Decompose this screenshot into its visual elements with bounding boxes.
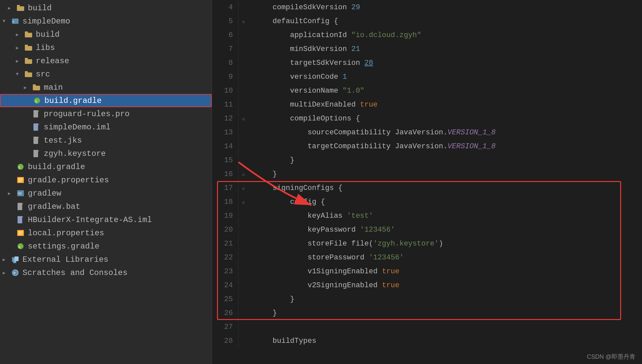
- folder-icon: [32, 83, 41, 92]
- sidebar-item-label: gradlew: [28, 189, 209, 198]
- line-num: 11: [212, 98, 233, 112]
- sidebar-item-label: src: [36, 70, 209, 79]
- code-line-10: versionName "1.0": [255, 84, 642, 98]
- line-num: 21: [212, 237, 233, 251]
- sidebar-item-simpledemo[interactable]: ▼ ▸ simpleDemo: [0, 15, 212, 28]
- line-num: 15: [212, 154, 233, 167]
- expand-arrow: ▶: [24, 85, 30, 90]
- sidebar-item-label: HBuilderX-Integrate-AS.iml: [28, 215, 209, 224]
- svg-rect-13: [33, 84, 36, 86]
- sidebar-item-label: libs: [36, 43, 209, 52]
- code-lines: compileSdkVersion 29 defaultConfig { app…: [248, 0, 642, 349]
- sidebar-item-label: local.properties: [28, 229, 209, 238]
- line-num: 16: [212, 167, 233, 181]
- line-num: 4: [212, 1, 233, 15]
- code-line-9: versionCode 1: [255, 70, 642, 84]
- sidebar-item-build-gradle-root[interactable]: ▶ g build.gradle: [0, 160, 212, 173]
- svg-rect-1: [17, 5, 20, 7]
- svg-rect-0: [17, 6, 24, 11]
- folder-icon: [24, 30, 33, 39]
- sidebar-item-proguard[interactable]: ▶ proguard-rules.pro: [0, 107, 212, 120]
- expand-arrow: ▶: [16, 58, 23, 64]
- svg-marker-35: [22, 216, 24, 217]
- sidebar-item-release[interactable]: ▶ release: [0, 54, 212, 68]
- gutter-item: ◇: [239, 181, 248, 195]
- sidebar-item-main[interactable]: ▶ main: [0, 81, 212, 94]
- sidebar-item-label: release: [36, 57, 209, 66]
- gutter-item: [239, 98, 248, 112]
- expand-arrow: ▶: [3, 257, 9, 262]
- gutter-item: [239, 56, 248, 70]
- code-line-5: defaultConfig {: [255, 15, 642, 28]
- sidebar-item-libs[interactable]: ▶ libs: [0, 41, 212, 54]
- sidebar-item-label: build: [28, 4, 209, 13]
- sidebar-item-test-jks[interactable]: ▶ test.jks: [0, 134, 212, 147]
- code-line-8: targetSdkVersion 28: [255, 56, 642, 70]
- file-tree: ▶ build ▼ ▸ simpleDemo ▶ build ▶ libs ▶: [0, 0, 212, 364]
- svg-text:g: g: [19, 165, 21, 169]
- code-line-20: keyPassword '123456': [255, 223, 642, 237]
- line-num: 28: [212, 334, 233, 348]
- gutter-item: [239, 320, 248, 334]
- expand-arrow: ▶: [8, 191, 15, 196]
- sidebar-item-label: gradle.properties: [28, 176, 209, 185]
- gutter-item: ◇: [239, 15, 248, 28]
- line-num: 22: [212, 251, 233, 265]
- sidebar-item-external-libraries[interactable]: ▶ External Libraries: [0, 253, 212, 266]
- folder-icon: [24, 56, 33, 66]
- code-line-28: buildTypes: [255, 334, 642, 348]
- code-line-11: multiDexEnabled true: [255, 98, 642, 112]
- gutter-item: [239, 265, 248, 279]
- bat-file-icon: [16, 202, 25, 211]
- gutter-item: [239, 42, 248, 56]
- code-line-15: }: [255, 154, 642, 167]
- svg-rect-4: [25, 33, 32, 37]
- svg-rect-10: [25, 72, 32, 77]
- sidebar-item-label: proguard-rules.pro: [44, 110, 209, 118]
- gutter-item: [239, 126, 248, 140]
- gutter-item: ◇: [239, 195, 248, 209]
- line-num: 5: [212, 15, 233, 28]
- sidebar-item-gradle-properties[interactable]: ▶ gradle.properties: [0, 173, 212, 187]
- sidebar-item-simpledemo-iml[interactable]: ▶ simpleDemo.iml: [0, 120, 212, 134]
- svg-rect-18: [33, 123, 38, 131]
- code-line-16: }: [255, 167, 642, 181]
- svg-text:g: g: [19, 244, 21, 248]
- gutter-item: [239, 1, 248, 15]
- sidebar-item-zgyh-keystore[interactable]: ▶ zgyh.keystore: [0, 147, 212, 160]
- sidebar-item-label: main: [44, 83, 209, 92]
- code-line-4: compileSdkVersion 29: [255, 1, 642, 15]
- code-line-17: signingConfigs {: [255, 181, 642, 195]
- line-num: 27: [212, 320, 233, 334]
- svg-rect-6: [25, 46, 32, 51]
- gradle-root-icon: g: [16, 162, 25, 171]
- sidebar-item-scratches[interactable]: ▶ ⚙ Scratches and Consoles: [0, 266, 212, 279]
- svg-rect-22: [33, 150, 38, 157]
- expand-arrow: ▼: [3, 19, 9, 24]
- svg-marker-19: [38, 123, 39, 125]
- gutter-item: [239, 154, 248, 167]
- code-area: 4 5 6 7 8 9 10 11 12 13 14 15 16 17 18 1…: [212, 0, 642, 349]
- folder-icon: [24, 69, 33, 79]
- iml-file-icon: [16, 215, 25, 224]
- expand-arrow: ▶: [24, 111, 30, 117]
- sidebar-item-settings-gradle[interactable]: ▶ g settings.gradle: [0, 240, 212, 253]
- sidebar-item-hbuilderx-iml[interactable]: ▶ HBuilderX-Integrate-AS.iml: [0, 213, 212, 226]
- sidebar-item-label: build: [36, 30, 209, 39]
- sidebar-item-build-gradle[interactable]: ▶ g build.gradle: [0, 94, 212, 107]
- sidebar-item-local-properties[interactable]: ▶ local.properties: [0, 226, 212, 240]
- sidebar-item-build-top[interactable]: ▶ build: [0, 1, 212, 15]
- sidebar-item-src[interactable]: ▼ src: [0, 68, 212, 81]
- properties-icon: [16, 175, 25, 185]
- code-editor: 4 5 6 7 8 9 10 11 12 13 14 15 16 17 18 1…: [212, 0, 642, 364]
- sidebar-item-build[interactable]: ▶ build: [0, 28, 212, 41]
- line-num: 10: [212, 84, 233, 98]
- expand-arrow: ▶: [24, 138, 30, 143]
- line-num: 13: [212, 126, 233, 140]
- sidebar-item-label: test.jks: [44, 136, 209, 145]
- sidebar-item-gradlew-bat[interactable]: ▶ gradlew.bat: [0, 200, 212, 213]
- sidebar-item-label: build.gradle: [44, 96, 208, 105]
- line-num: 14: [212, 140, 233, 154]
- code-line-13: sourceCompatibility JavaVersion.VERSION_…: [255, 126, 642, 140]
- sidebar-item-gradlew[interactable]: ▶ SH gradlew: [0, 187, 212, 200]
